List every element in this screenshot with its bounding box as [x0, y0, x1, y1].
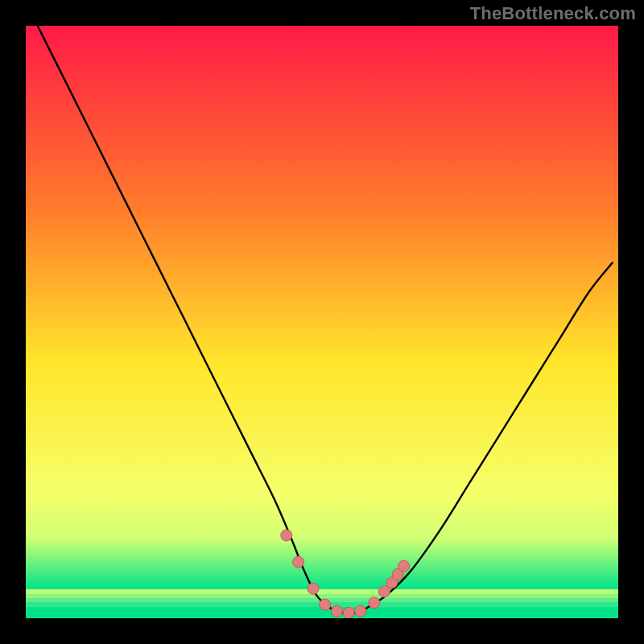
- curve-marker: [398, 560, 410, 572]
- plot-area: [26, 26, 618, 618]
- chart-frame: TheBottleneck.com: [0, 0, 644, 644]
- curve-marker: [343, 607, 354, 618]
- curve-marker: [320, 599, 331, 610]
- curve-marker: [369, 597, 380, 609]
- watermark-label: TheBottleneck.com: [470, 3, 636, 24]
- curve-marker: [355, 605, 366, 617]
- svg-rect-0: [26, 589, 618, 594]
- curve-marker: [331, 605, 342, 617]
- curve-marker: [308, 583, 319, 594]
- chart-svg: [26, 26, 618, 618]
- curve-marker: [281, 530, 292, 541]
- curve-marker: [293, 556, 304, 568]
- svg-rect-1: [26, 594, 618, 598]
- curve-marker: [378, 586, 390, 597]
- gradient-background: [26, 26, 618, 589]
